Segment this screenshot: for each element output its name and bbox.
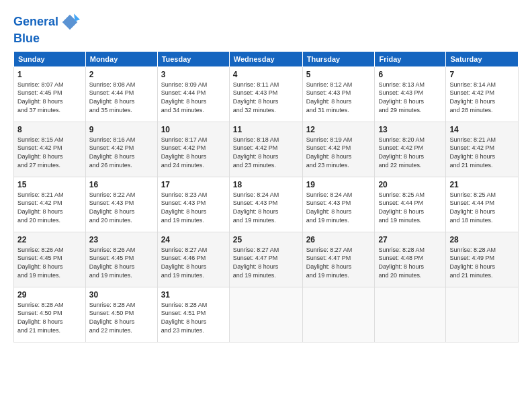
calendar-cell: 30 Sunrise: 8:28 AM Sunset: 4:50 PM Dayl… (85, 287, 157, 342)
day-number: 28 (449, 235, 515, 244)
day-detail: Sunrise: 8:28 AM Sunset: 4:50 PM Dayligh… (17, 301, 82, 334)
calendar-cell (375, 287, 446, 342)
calendar-cell: 3 Sunrise: 8:09 AM Sunset: 4:44 PM Dayli… (157, 66, 229, 122)
day-number: 8 (17, 125, 82, 134)
day-detail: Sunrise: 8:28 AM Sunset: 4:51 PM Dayligh… (161, 301, 226, 334)
day-detail: Sunrise: 8:25 AM Sunset: 4:44 PM Dayligh… (378, 191, 442, 224)
day-detail: Sunrise: 8:07 AM Sunset: 4:45 PM Dayligh… (17, 81, 82, 114)
day-number: 23 (89, 235, 154, 244)
day-number: 1 (17, 70, 82, 79)
day-number: 25 (233, 235, 299, 244)
calendar-cell: 5 Sunrise: 8:12 AM Sunset: 4:43 PM Dayli… (302, 66, 375, 122)
day-detail: Sunrise: 8:09 AM Sunset: 4:44 PM Dayligh… (161, 81, 226, 114)
logo-blue-text: Blue (13, 32, 40, 45)
day-detail: Sunrise: 8:16 AM Sunset: 4:42 PM Dayligh… (89, 136, 154, 169)
day-number: 4 (233, 70, 299, 79)
calendar-header-row: SundayMondayTuesdayWednesdayThursdayFrid… (14, 51, 519, 66)
day-detail: Sunrise: 8:28 AM Sunset: 4:49 PM Dayligh… (449, 246, 515, 279)
day-detail: Sunrise: 8:15 AM Sunset: 4:42 PM Dayligh… (17, 136, 82, 169)
calendar-cell (229, 287, 302, 342)
day-detail: Sunrise: 8:27 AM Sunset: 4:46 PM Dayligh… (161, 246, 226, 279)
calendar-week-4: 22 Sunrise: 8:26 AM Sunset: 4:45 PM Dayl… (14, 232, 519, 287)
header-day-friday: Friday (375, 51, 446, 66)
calendar-cell: 4 Sunrise: 8:11 AM Sunset: 4:43 PM Dayli… (229, 66, 302, 122)
logo-general: General (13, 15, 58, 28)
day-number: 6 (378, 70, 442, 79)
day-detail: Sunrise: 8:23 AM Sunset: 4:43 PM Dayligh… (161, 191, 226, 224)
day-number: 13 (378, 125, 442, 134)
day-detail: Sunrise: 8:27 AM Sunset: 4:47 PM Dayligh… (306, 246, 371, 279)
day-number: 14 (449, 125, 515, 134)
day-number: 17 (161, 180, 226, 189)
calendar-cell: 7 Sunrise: 8:14 AM Sunset: 4:42 PM Dayli… (446, 66, 519, 122)
header-day-saturday: Saturday (446, 51, 519, 66)
header-day-tuesday: Tuesday (157, 51, 229, 66)
svg-marker-1 (74, 13, 80, 21)
page: General Blue SundayMondayTuesdayWednesda… (0, 0, 532, 349)
calendar-cell: 22 Sunrise: 8:26 AM Sunset: 4:45 PM Dayl… (14, 232, 86, 287)
calendar-body: 1 Sunrise: 8:07 AM Sunset: 4:45 PM Dayli… (14, 66, 519, 342)
calendar-cell: 14 Sunrise: 8:21 AM Sunset: 4:42 PM Dayl… (446, 122, 519, 177)
calendar-cell: 10 Sunrise: 8:17 AM Sunset: 4:42 PM Dayl… (157, 122, 229, 177)
calendar-cell: 28 Sunrise: 8:28 AM Sunset: 4:49 PM Dayl… (446, 232, 519, 287)
calendar-cell: 24 Sunrise: 8:27 AM Sunset: 4:46 PM Dayl… (157, 232, 229, 287)
day-number: 20 (378, 180, 442, 189)
calendar-cell: 31 Sunrise: 8:28 AM Sunset: 4:51 PM Dayl… (157, 287, 229, 342)
day-number: 7 (449, 70, 515, 79)
day-detail: Sunrise: 8:13 AM Sunset: 4:43 PM Dayligh… (378, 81, 442, 114)
calendar-cell (302, 287, 375, 342)
day-number: 29 (17, 290, 82, 300)
day-number: 21 (449, 180, 515, 189)
day-detail: Sunrise: 8:24 AM Sunset: 4:43 PM Dayligh… (233, 191, 299, 224)
header-day-sunday: Sunday (14, 51, 86, 66)
day-detail: Sunrise: 8:27 AM Sunset: 4:47 PM Dayligh… (233, 246, 299, 279)
day-number: 19 (306, 180, 371, 189)
calendar-cell: 18 Sunrise: 8:24 AM Sunset: 4:43 PM Dayl… (229, 177, 302, 232)
day-detail: Sunrise: 8:18 AM Sunset: 4:42 PM Dayligh… (233, 136, 299, 169)
logo-blue: Blue (13, 32, 80, 46)
day-detail: Sunrise: 8:19 AM Sunset: 4:42 PM Dayligh… (306, 136, 371, 169)
header: General Blue (13, 12, 519, 46)
calendar-week-1: 1 Sunrise: 8:07 AM Sunset: 4:45 PM Dayli… (14, 66, 519, 122)
calendar-cell: 2 Sunrise: 8:08 AM Sunset: 4:44 PM Dayli… (85, 66, 157, 122)
day-number: 27 (378, 235, 442, 244)
day-detail: Sunrise: 8:26 AM Sunset: 4:45 PM Dayligh… (89, 246, 154, 279)
day-number: 18 (233, 180, 299, 189)
calendar-cell: 12 Sunrise: 8:19 AM Sunset: 4:42 PM Dayl… (302, 122, 375, 177)
day-detail: Sunrise: 8:11 AM Sunset: 4:43 PM Dayligh… (233, 81, 299, 114)
header-day-monday: Monday (85, 51, 157, 66)
calendar-cell: 27 Sunrise: 8:28 AM Sunset: 4:48 PM Dayl… (375, 232, 446, 287)
day-detail: Sunrise: 8:25 AM Sunset: 4:44 PM Dayligh… (449, 191, 515, 224)
calendar-table: SundayMondayTuesdayWednesdayThursdayFrid… (13, 51, 519, 342)
day-number: 9 (89, 125, 154, 134)
day-number: 15 (17, 180, 82, 189)
header-day-thursday: Thursday (302, 51, 375, 66)
calendar-cell: 29 Sunrise: 8:28 AM Sunset: 4:50 PM Dayl… (14, 287, 86, 342)
calendar-cell: 21 Sunrise: 8:25 AM Sunset: 4:44 PM Dayl… (446, 177, 519, 232)
calendar-week-5: 29 Sunrise: 8:28 AM Sunset: 4:50 PM Dayl… (14, 287, 519, 342)
logo: General Blue (13, 12, 80, 46)
header-day-wednesday: Wednesday (229, 51, 302, 66)
day-detail: Sunrise: 8:28 AM Sunset: 4:50 PM Dayligh… (89, 301, 154, 334)
day-number: 10 (161, 125, 226, 134)
day-number: 22 (17, 235, 82, 244)
day-detail: Sunrise: 8:20 AM Sunset: 4:42 PM Dayligh… (378, 136, 442, 169)
calendar-week-2: 8 Sunrise: 8:15 AM Sunset: 4:42 PM Dayli… (14, 122, 519, 177)
calendar-cell: 25 Sunrise: 8:27 AM Sunset: 4:47 PM Dayl… (229, 232, 302, 287)
day-detail: Sunrise: 8:24 AM Sunset: 4:43 PM Dayligh… (306, 191, 371, 224)
calendar-cell: 13 Sunrise: 8:20 AM Sunset: 4:42 PM Dayl… (375, 122, 446, 177)
calendar-cell: 8 Sunrise: 8:15 AM Sunset: 4:42 PM Dayli… (14, 122, 86, 177)
calendar-cell (446, 287, 519, 342)
day-number: 26 (306, 235, 371, 244)
calendar-cell: 11 Sunrise: 8:18 AM Sunset: 4:42 PM Dayl… (229, 122, 302, 177)
day-number: 31 (161, 290, 226, 300)
day-number: 3 (161, 70, 226, 79)
calendar-cell: 1 Sunrise: 8:07 AM Sunset: 4:45 PM Dayli… (14, 66, 86, 122)
day-number: 5 (306, 70, 371, 79)
calendar-week-3: 15 Sunrise: 8:21 AM Sunset: 4:42 PM Dayl… (14, 177, 519, 232)
day-number: 16 (89, 180, 154, 189)
day-number: 24 (161, 235, 226, 244)
day-detail: Sunrise: 8:14 AM Sunset: 4:42 PM Dayligh… (449, 81, 515, 114)
day-number: 12 (306, 125, 371, 134)
day-detail: Sunrise: 8:12 AM Sunset: 4:43 PM Dayligh… (306, 81, 371, 114)
